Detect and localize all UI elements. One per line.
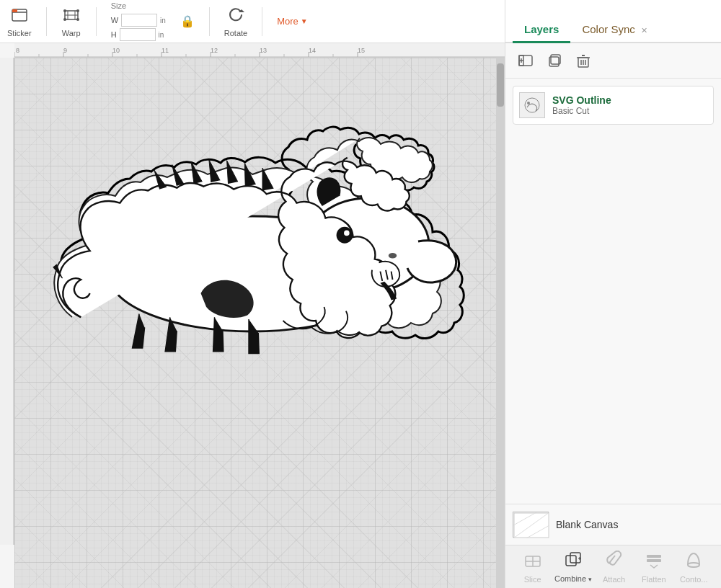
svg-rect-64 <box>566 556 576 566</box>
tab-color-sync-label: Color Sync <box>582 23 634 35</box>
more-button[interactable]: More ▼ <box>277 16 308 27</box>
svg-point-56 <box>527 102 530 104</box>
duplicate-layer-button[interactable] <box>541 49 567 72</box>
svg-text:14: 14 <box>309 47 316 54</box>
delete-layer-button[interactable] <box>570 49 596 72</box>
separator-4 <box>262 7 262 36</box>
contour-label: Conto... <box>680 575 708 584</box>
svg-point-10 <box>76 18 79 21</box>
combine-arrow-icon: ▾ <box>588 576 592 584</box>
width-label: W <box>111 16 118 24</box>
panel-tabs: Layers Color Sync ✕ <box>505 0 721 43</box>
right-panel: Layers Color Sync ✕ <box>505 0 721 588</box>
rotate-icon <box>226 5 246 29</box>
height-label: H <box>111 30 117 39</box>
layer-item[interactable]: SVG Outline Basic Cut <box>513 86 714 125</box>
height-unit: in <box>159 31 164 39</box>
tab-close-icon[interactable]: ✕ <box>641 26 647 35</box>
contour-icon <box>684 551 703 574</box>
svg-point-42 <box>389 253 397 259</box>
layer-name: SVG Outline <box>552 94 707 106</box>
warp-label: Warp <box>62 29 81 37</box>
separator-3 <box>209 7 210 36</box>
slice-icon <box>523 551 542 574</box>
attach-icon <box>605 551 624 574</box>
size-group: Size W in H in <box>111 1 166 41</box>
rotate-tool[interactable]: Rotate <box>224 5 247 37</box>
blank-canvas-section[interactable]: Blank Canvas <box>505 504 721 545</box>
rotate-label: Rotate <box>224 29 247 37</box>
tab-layers[interactable]: Layers <box>513 17 570 43</box>
svg-point-41 <box>344 231 350 236</box>
svg-rect-68 <box>647 555 661 558</box>
svg-text:8: 8 <box>16 47 19 54</box>
svg-point-9 <box>63 18 66 21</box>
tab-layers-label: Layers <box>524 23 559 35</box>
layer-info: SVG Outline Basic Cut <box>552 94 707 116</box>
layer-list: SVG Outline Basic Cut <box>505 79 721 504</box>
svg-rect-65 <box>570 553 580 563</box>
flatten-button[interactable]: Flatten <box>636 551 672 584</box>
svg-point-40 <box>337 227 353 244</box>
flatten-label: Flatten <box>642 575 666 584</box>
blank-canvas-label: Blank Canvas <box>556 519 618 530</box>
svg-text:9: 9 <box>63 47 67 54</box>
size-label: Size <box>111 1 166 10</box>
lock-icon[interactable]: 🔒 <box>180 14 195 28</box>
slice-button[interactable]: Slice <box>515 551 551 584</box>
bottom-toolbar: Slice Combine ▾ Attach <box>505 545 721 588</box>
svg-text:12: 12 <box>211 47 218 54</box>
svg-rect-69 <box>647 559 661 562</box>
svg-text:15: 15 <box>358 47 365 54</box>
separator-2 <box>96 7 97 36</box>
svg-text:10: 10 <box>112 47 120 54</box>
flatten-icon <box>645 551 663 574</box>
sticker-tool[interactable]: Sticker <box>7 5 32 37</box>
razorback-image[interactable] <box>36 101 476 368</box>
svg-point-8 <box>76 9 79 12</box>
svg-point-7 <box>63 9 66 12</box>
blank-canvas-thumbnail <box>513 512 549 538</box>
combine-button[interactable]: Combine ▾ <box>554 550 592 583</box>
contour-button[interactable]: Conto... <box>676 551 712 584</box>
svg-text:11: 11 <box>162 47 169 54</box>
svg-point-70 <box>688 563 699 567</box>
svg-rect-2 <box>12 9 17 12</box>
slice-label: Slice <box>524 575 541 584</box>
scrollbar-thumb[interactable] <box>497 63 504 107</box>
warp-icon <box>61 5 81 29</box>
width-input[interactable] <box>121 14 157 27</box>
width-unit: in <box>160 17 166 24</box>
more-label: More <box>277 16 298 27</box>
svg-point-55 <box>525 98 539 112</box>
sticker-icon <box>9 5 30 29</box>
canvas-area[interactable] <box>14 58 505 588</box>
panel-icons-row <box>505 43 721 79</box>
layer-type: Basic Cut <box>552 106 707 116</box>
ruler-vertical <box>0 58 14 545</box>
combine-label: Combine ▾ <box>554 574 592 583</box>
canvas-scrollbar[interactable] <box>496 58 505 588</box>
warp-tool[interactable]: Warp <box>61 5 81 37</box>
height-input[interactable] <box>120 28 156 41</box>
attach-label: Attach <box>603 575 625 584</box>
combine-icon <box>564 550 583 573</box>
separator-1 <box>46 7 47 36</box>
svg-text:13: 13 <box>260 47 267 54</box>
attach-button[interactable]: Attach <box>596 551 632 584</box>
more-arrow-icon: ▼ <box>301 17 308 25</box>
add-layer-button[interactable] <box>513 49 539 72</box>
layer-thumbnail <box>519 92 545 118</box>
sticker-label: Sticker <box>7 29 32 37</box>
tab-color-sync[interactable]: Color Sync ✕ <box>570 17 659 43</box>
